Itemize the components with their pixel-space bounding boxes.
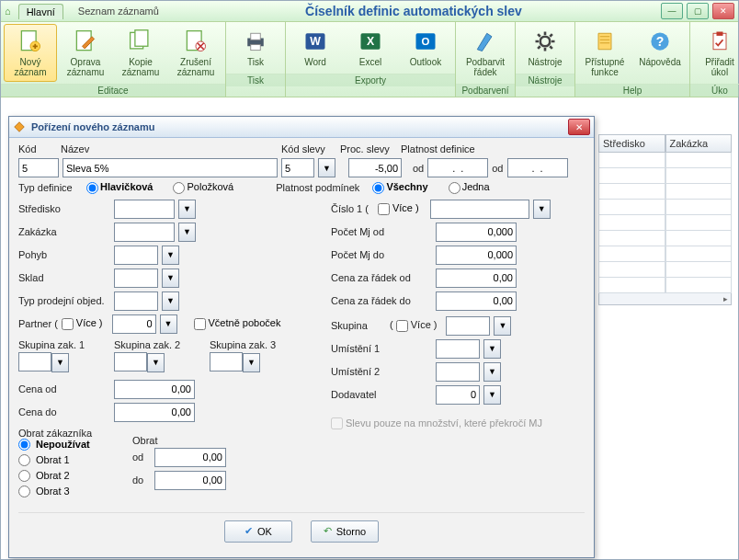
skupina-input[interactable] [446, 316, 490, 336]
skupina-vice-cb[interactable] [396, 320, 408, 332]
stredisko-input[interactable] [114, 200, 175, 219]
cislo1-input[interactable] [430, 200, 529, 219]
dodavatel-dd[interactable]: ▼ [483, 385, 501, 405]
print-button[interactable]: Tisk [229, 24, 282, 72]
rad-nepouzivat[interactable]: Nepoužívat [18, 439, 129, 451]
svg-text:W: W [310, 35, 321, 48]
nazev-input[interactable] [63, 158, 278, 177]
maximize-button[interactable]: ▢ [687, 3, 709, 19]
outlook-button[interactable]: O Outlook [399, 24, 452, 72]
assign-task-button[interactable]: Přiřadit úkol [693, 24, 739, 82]
rad-obrat2[interactable]: Obrat 2 [18, 470, 129, 482]
minimize-button[interactable]: — [661, 3, 683, 19]
home-icon[interactable]: ⌂ [5, 6, 11, 17]
lbl-pocmjod: Počet Mj od [331, 226, 432, 237]
breadcrumb[interactable]: Seznam záznamů [71, 4, 166, 18]
skz3-dd[interactable]: ▼ [243, 353, 260, 372]
obrod-input[interactable] [154, 448, 226, 467]
window-title: Číselník definic automatických slev [174, 4, 654, 18]
sklad-dd[interactable]: ▼ [162, 269, 179, 288]
kodslevy-dropdown[interactable]: ▼ [318, 158, 335, 177]
um2-input[interactable] [436, 362, 480, 382]
plat-od2-input[interactable] [507, 158, 568, 177]
lbl-dodavatel: Dodavatel [331, 389, 432, 400]
lbl-obrat: Obrat [132, 435, 226, 446]
cancel-button[interactable]: ↶Storno [311, 520, 379, 543]
lbl-cenado: Cena do [18, 406, 110, 417]
skz3-input[interactable] [210, 352, 243, 371]
proc-input[interactable] [348, 158, 402, 177]
um1-input[interactable] [436, 339, 480, 359]
svg-rect-9 [251, 45, 261, 51]
tpo-input[interactable] [114, 291, 158, 311]
lbl-cenardo: Cena za řádek do [331, 295, 432, 306]
lbl-sklad: Sklad [18, 272, 110, 283]
partner-input[interactable] [112, 314, 156, 334]
close-window-button[interactable]: ✕ [712, 3, 734, 19]
plat-od1-input[interactable] [427, 158, 488, 177]
svg-rect-4 [135, 30, 148, 47]
lbl-partner: Partner ( [18, 318, 58, 329]
lbl-kodslevy: Kód slevy [281, 143, 336, 154]
skz2-dd[interactable]: ▼ [147, 353, 165, 372]
cenado-input[interactable] [114, 403, 195, 422]
stredisko-dd[interactable]: ▼ [178, 200, 196, 219]
excel-button[interactable]: X Excel [344, 24, 397, 72]
rad-obrat1[interactable]: Obrat 1 [18, 454, 129, 466]
tools-button[interactable]: Nástroje [518, 24, 572, 72]
zakazka-dd[interactable]: ▼ [178, 223, 196, 242]
ok-button[interactable]: ✔OK [224, 520, 292, 543]
partner-vice-cb[interactable]: Více ) [62, 317, 103, 330]
rad-obrat3[interactable]: Obrat 3 [18, 486, 129, 497]
cislo1-dd[interactable]: ▼ [533, 200, 551, 219]
functions-button[interactable]: Přístupné funkce [578, 24, 631, 82]
grid-scrollbar[interactable]: ▸ [598, 293, 732, 305]
col-zakazka[interactable]: Zakázka [665, 134, 733, 153]
lbl-skz2: Skupina zak. 2 [114, 339, 206, 350]
records-grid[interactable]: Středisko Zakázka ▸ [598, 134, 732, 305]
cenardo-input[interactable] [436, 291, 517, 311]
copy-record-button[interactable]: Kopie záznamu [114, 24, 167, 82]
rad-jedna[interactable]: Jedna [449, 181, 490, 194]
cenarod-input[interactable] [436, 269, 517, 288]
skupina-dd[interactable]: ▼ [494, 316, 511, 336]
lbl-od2: od [492, 163, 503, 174]
obrdo-input[interactable] [154, 471, 226, 490]
skz1-input[interactable] [18, 352, 51, 371]
tpo-dd[interactable]: ▼ [162, 291, 179, 311]
delete-record-button[interactable]: Zrušení záznamu [169, 24, 222, 82]
rad-polozkova[interactable]: Položková [173, 181, 233, 194]
dodavatel-input[interactable] [436, 385, 480, 405]
lbl-typdef: Typ definice [18, 182, 83, 193]
rad-hlavickova[interactable]: Hlavičková [86, 181, 153, 194]
pocmjod-input[interactable] [436, 223, 517, 242]
kodslevy-input[interactable] [281, 158, 314, 177]
um2-dd[interactable]: ▼ [483, 362, 501, 382]
skz2-input[interactable] [114, 352, 147, 371]
edit-record-button[interactable]: Oprava záznamu [59, 24, 112, 82]
partner-dd[interactable]: ▼ [160, 314, 177, 334]
highlight-row-button[interactable]: Podbarvit řádek [459, 24, 512, 82]
check-icon: ✔ [244, 525, 253, 537]
word-button[interactable]: W Word [289, 24, 342, 72]
kod-input[interactable] [18, 158, 59, 177]
dialog-close-button[interactable]: ✕ [568, 119, 590, 135]
rad-vsechny[interactable]: Všechny [372, 181, 427, 194]
pohyb-input[interactable] [114, 246, 158, 265]
svg-text:?: ? [656, 34, 665, 49]
new-record-dialog: Pořízení nového záznamu ✕ Kód Název Kód … [8, 116, 595, 558]
pohyb-dd[interactable]: ▼ [162, 246, 179, 265]
um1-dd[interactable]: ▼ [483, 339, 501, 359]
pocmjdo-input[interactable] [436, 246, 517, 265]
vcetne-cb[interactable]: Včetně poboček [194, 317, 281, 330]
help-button[interactable]: ? Nápověda [633, 24, 687, 82]
new-record-button[interactable]: Nový záznam [4, 24, 57, 82]
col-stredisko[interactable]: Středisko [598, 134, 665, 153]
zakazka-input[interactable] [114, 223, 175, 242]
skz1-dd[interactable]: ▼ [51, 353, 69, 372]
slevu-pouze-cb[interactable]: Slevu pouze na množství, které překročí … [331, 417, 542, 430]
cislo1-vice-cb[interactable]: Více ) [378, 202, 419, 215]
cenaod-input[interactable] [114, 380, 195, 399]
tab-main[interactable]: Hlavní [18, 4, 63, 19]
sklad-input[interactable] [114, 269, 158, 288]
